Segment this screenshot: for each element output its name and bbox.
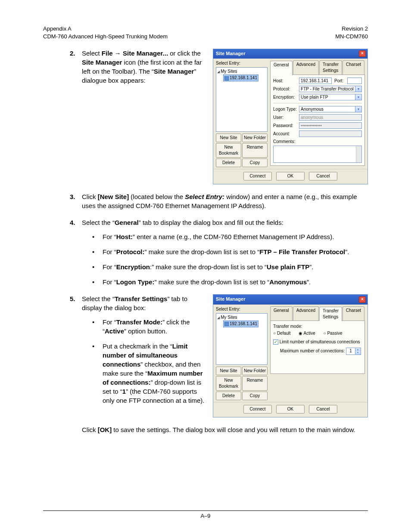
- rename-button[interactable]: Rename: [242, 143, 268, 158]
- tab-advanced[interactable]: Advanced: [293, 306, 319, 320]
- site-manager-dialog-general: Site Manager × Select Entry: My Sites 19…: [213, 49, 368, 184]
- encryption-select[interactable]: Use plain FTP▾: [299, 94, 362, 100]
- radio-default[interactable]: ○ Default: [273, 331, 294, 336]
- new-folder-button[interactable]: New Folder: [242, 134, 268, 142]
- encryption-label: Encryption:: [273, 94, 299, 100]
- connect-button[interactable]: Connect: [243, 172, 272, 180]
- tree-root[interactable]: My Sites: [217, 68, 266, 75]
- page-number: A–9: [200, 513, 210, 519]
- step-4-bullet-protocol: For “Protocol:” make sure the drop-down …: [82, 247, 368, 256]
- step-4-bullet-encryption: For “Encryption:” make sure the drop-dow…: [82, 262, 368, 271]
- tree-item-ip[interactable]: 192.168.1.141: [223, 320, 258, 327]
- comments-label: Comments:: [273, 139, 362, 145]
- max-connections-label: Maximum number of connections:: [280, 348, 345, 353]
- delete-button[interactable]: Delete: [216, 392, 241, 400]
- server-icon: [224, 322, 229, 326]
- close-icon[interactable]: ×: [359, 50, 366, 57]
- password-input: ••••••••••••••: [299, 122, 362, 129]
- delete-button[interactable]: Delete: [216, 159, 241, 167]
- tree-item-ip[interactable]: 192.168.1.141: [223, 75, 258, 81]
- step-4-bullet-host: For “Host:” enter a name (e.g., the CDM-…: [82, 232, 368, 241]
- logon-type-select[interactable]: Anonymous▾: [299, 106, 362, 112]
- comments-input[interactable]: [273, 146, 362, 163]
- logon-type-label: Logon Type:: [273, 106, 299, 112]
- cancel-button[interactable]: Cancel: [309, 172, 337, 180]
- port-label: Port:: [334, 78, 347, 84]
- port-input[interactable]: [347, 78, 362, 84]
- new-site-button[interactable]: New Site: [216, 367, 241, 375]
- server-icon: [224, 76, 229, 81]
- site-tree[interactable]: My Sites 192.168.1.141: [216, 313, 268, 365]
- transfer-mode-label: Transfer mode:: [273, 324, 362, 330]
- ok-button[interactable]: OK: [276, 172, 305, 180]
- step-2-text: Select File → Site Manager... or click t…: [82, 49, 207, 85]
- new-bookmark-button[interactable]: New Bookmark: [216, 376, 241, 391]
- dialog-titlebar: Site Manager ×: [213, 49, 367, 59]
- page-header: Appendix A CDM-760 Advanced High-Speed T…: [43, 25, 368, 40]
- step-5-bullet-limit: Put a checkmark in the “Limit number of …: [82, 342, 207, 405]
- step-5-text: Select the “Transfer Settings” tab to di…: [82, 294, 207, 312]
- max-connections-spinner[interactable]: 1 ▴▾: [346, 348, 361, 355]
- tab-advanced[interactable]: Advanced: [293, 60, 319, 75]
- header-right: Revision 2 MN-CDM760: [335, 25, 368, 40]
- new-bookmark-button[interactable]: New Bookmark: [216, 143, 241, 158]
- protocol-select[interactable]: FTP - File Transfer Protocol▾: [299, 86, 362, 92]
- account-label: Account:: [273, 131, 299, 137]
- header-left: Appendix A CDM-760 Advanced High-Speed T…: [43, 25, 168, 40]
- limit-connections-label: Limit number of simultaneous connections: [280, 339, 360, 344]
- step-5-number: 5.: [43, 294, 82, 312]
- copy-button[interactable]: Copy: [242, 159, 268, 167]
- copy-button[interactable]: Copy: [242, 392, 268, 400]
- chevron-down-icon[interactable]: ▾: [355, 351, 361, 355]
- close-icon[interactable]: ×: [359, 296, 366, 303]
- site-manager-dialog-transfer: Site Manager × Select Entry: My Sites 19…: [213, 294, 368, 417]
- scrollbar[interactable]: [356, 146, 361, 162]
- step-5-bullet-mode: For “Transfer Mode:” click the “Active” …: [82, 317, 207, 336]
- step-4-number: 4.: [43, 218, 82, 227]
- chevron-down-icon: ▾: [355, 86, 361, 92]
- step-5-closing: Click [OK] to save the settings. The dia…: [43, 425, 368, 434]
- step-4-text: Select the “General” tab to display the …: [82, 218, 368, 227]
- host-label: Host:: [273, 78, 299, 84]
- new-site-button[interactable]: New Site: [216, 134, 241, 142]
- rename-button[interactable]: Rename: [242, 376, 268, 391]
- step-4-bullet-logon: For “Logon Type:” make sure the drop-dow…: [82, 277, 368, 286]
- limit-connections-checkbox[interactable]: ✓: [273, 339, 278, 345]
- dialog-title: Site Manager: [216, 50, 245, 57]
- user-label: User:: [273, 115, 299, 121]
- tab-general[interactable]: General: [270, 306, 293, 320]
- account-input: [299, 131, 362, 137]
- ok-button[interactable]: OK: [276, 405, 305, 414]
- password-label: Password:: [273, 123, 299, 129]
- chevron-down-icon: ▾: [355, 106, 361, 112]
- radio-passive[interactable]: ○ Passive: [324, 331, 346, 336]
- tree-root[interactable]: My Sites: [217, 314, 266, 320]
- tab-transfer-settings[interactable]: Transfer Settings: [319, 307, 342, 321]
- content: 2. Select File → Site Manager... or clic…: [43, 49, 368, 434]
- page-footer: A–9: [43, 510, 368, 519]
- connect-button[interactable]: Connect: [243, 405, 272, 414]
- step-3-number: 3.: [43, 192, 82, 210]
- protocol-label: Protocol:: [273, 86, 299, 92]
- new-folder-button[interactable]: New Folder: [242, 367, 268, 375]
- select-entry-label: Select Entry:: [216, 306, 268, 312]
- chevron-up-icon[interactable]: ▴: [355, 348, 361, 352]
- tab-transfer-settings[interactable]: Transfer Settings: [319, 60, 342, 75]
- transfer-mode-radios: ○ Default ◉ Active ○ Passive: [273, 330, 362, 336]
- dialog-title: Site Manager: [216, 296, 245, 302]
- cancel-button[interactable]: Cancel: [309, 405, 337, 414]
- dialog-titlebar: Site Manager ×: [213, 295, 367, 304]
- tab-general[interactable]: General: [270, 61, 293, 75]
- site-tree[interactable]: My Sites 192.168.1.141: [216, 67, 268, 132]
- chevron-down-icon: ▾: [355, 94, 361, 100]
- host-input[interactable]: 192.168.1.141: [299, 78, 332, 84]
- select-entry-label: Select Entry:: [216, 60, 268, 66]
- step-3-text: Click [New Site] (located below the Sele…: [82, 192, 368, 210]
- step-2-number: 2.: [43, 49, 82, 85]
- tab-charset[interactable]: Charset: [342, 60, 364, 75]
- radio-active[interactable]: ◉ Active: [299, 331, 318, 336]
- tab-charset[interactable]: Charset: [342, 306, 364, 320]
- user-input: anonymous: [299, 114, 362, 121]
